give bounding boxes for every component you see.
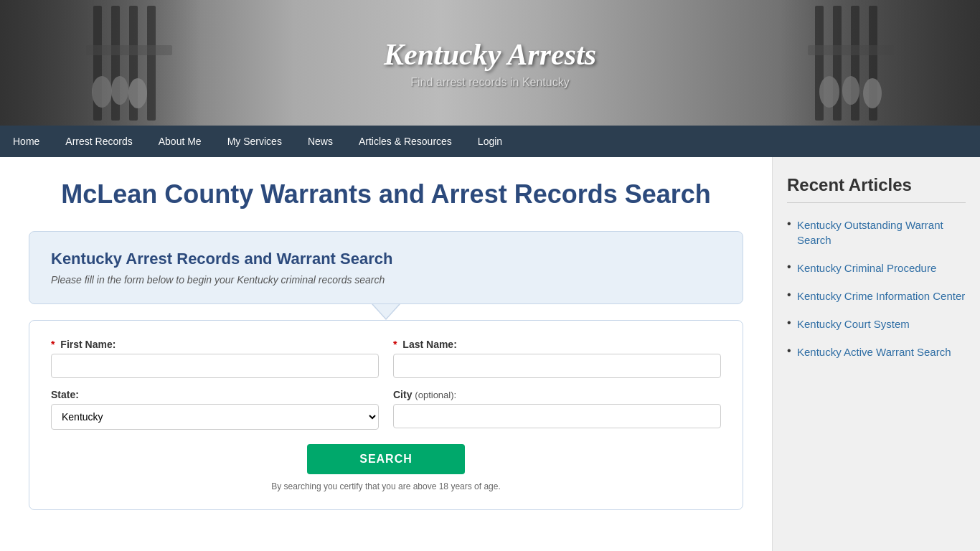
svg-rect-12 [808, 45, 894, 55]
main-content: McLean County Warrants and Arrest Record… [0, 157, 772, 551]
main-nav: Home Arrest Records About Me My Services… [0, 126, 980, 157]
form-disclaimer: By searching you certify that you are ab… [51, 481, 721, 491]
page-wrapper: McLean County Warrants and Arrest Record… [0, 157, 980, 551]
svg-point-5 [92, 76, 112, 108]
sidebar-articles-list: Kentucky Outstanding Warrant Search Kent… [787, 217, 966, 359]
last-name-input[interactable] [393, 354, 721, 378]
search-box-subtitle: Please fill in the form below to begin y… [51, 274, 721, 286]
city-label: City (optional): [393, 389, 721, 400]
svg-point-7 [128, 78, 147, 108]
svg-point-13 [819, 76, 839, 108]
city-input[interactable] [393, 404, 721, 428]
state-select[interactable]: Kentucky [51, 404, 379, 430]
form-group-state: State: Kentucky [51, 389, 379, 430]
first-name-input[interactable] [51, 354, 379, 378]
header-text-block: Kentucky Arrests Find arrest records in … [384, 37, 596, 89]
search-button[interactable]: SEARCH [307, 444, 465, 474]
svg-point-14 [842, 76, 859, 105]
list-item: Kentucky Outstanding Warrant Search [787, 217, 966, 248]
sidebar-link-outstanding[interactable]: Kentucky Outstanding Warrant Search [797, 219, 943, 246]
form-row-names: * First Name: * Last Name: [51, 339, 721, 378]
nav-about-me[interactable]: About Me [146, 126, 215, 157]
form-row-location: State: Kentucky City (optional): [51, 389, 721, 430]
last-name-label: * Last Name: [393, 339, 721, 350]
form-group-firstname: * First Name: [51, 339, 379, 378]
arrow-down-icon [372, 304, 400, 320]
sidebar-link-crime-info[interactable]: Kentucky Crime Information Center [797, 290, 965, 302]
site-header: Kentucky Arrests Find arrest records in … [0, 0, 980, 126]
svg-rect-8 [815, 6, 824, 121]
sidebar: Recent Articles Kentucky Outstanding War… [772, 157, 980, 551]
last-name-label-text: Last Name: [402, 339, 456, 350]
sidebar-link-court-system[interactable]: Kentucky Court System [797, 318, 910, 330]
svg-point-15 [863, 78, 882, 108]
required-star-last: * [393, 339, 397, 350]
state-label: State: [51, 389, 379, 400]
list-item: Kentucky Active Warrant Search [787, 344, 966, 359]
city-label-text: City [393, 389, 412, 400]
sidebar-link-active-warrant[interactable]: Kentucky Active Warrant Search [797, 346, 951, 358]
city-optional-text: (optional): [415, 390, 456, 400]
list-item: Kentucky Crime Information Center [787, 288, 966, 303]
nav-news[interactable]: News [295, 126, 346, 157]
svg-rect-3 [147, 6, 156, 121]
arrow-container [29, 304, 743, 320]
list-item: Kentucky Criminal Procedure [787, 260, 966, 276]
nav-my-services[interactable]: My Services [215, 126, 295, 157]
page-title: McLean County Warrants and Arrest Record… [29, 179, 743, 209]
search-form-wrapper: * First Name: * Last Name: State: [29, 320, 743, 510]
first-name-label-text: First Name: [60, 339, 116, 350]
first-name-label: * First Name: [51, 339, 379, 350]
svg-rect-4 [86, 45, 172, 55]
search-box-title: Kentucky Arrest Records and Warrant Sear… [51, 250, 721, 268]
svg-point-6 [111, 76, 128, 105]
hands-right-decoration [779, 0, 923, 126]
nav-articles[interactable]: Articles & Resources [346, 126, 465, 157]
sidebar-link-criminal-procedure[interactable]: Kentucky Criminal Procedure [797, 262, 936, 274]
nav-arrest-records[interactable]: Arrest Records [52, 126, 145, 157]
sidebar-title: Recent Articles [787, 175, 966, 203]
nav-login[interactable]: Login [465, 126, 515, 157]
site-subtitle: Find arrest records in Kentucky [384, 76, 596, 89]
list-item: Kentucky Court System [787, 316, 966, 331]
nav-home[interactable]: Home [0, 126, 52, 157]
required-star-first: * [51, 339, 55, 350]
form-group-city: City (optional): [393, 389, 721, 430]
form-group-lastname: * Last Name: [393, 339, 721, 378]
site-title: Kentucky Arrests [384, 37, 596, 72]
hands-left-decoration [57, 0, 201, 126]
search-box-header: Kentucky Arrest Records and Warrant Sear… [29, 231, 743, 304]
